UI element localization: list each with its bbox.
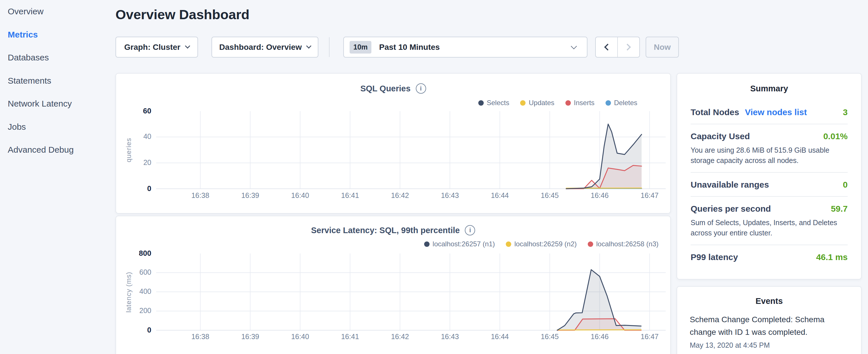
time-range-badge: 10m [350,41,371,54]
dashboard-dropdown[interactable]: Dashboard: Overview [212,37,318,58]
series-line-localhost-26257-n1 [557,270,641,330]
summary-row-capacity-used: Capacity Used0.01%You are using 28.6 MiB… [691,124,848,172]
legend-item-deletes: Deletes [606,99,637,107]
toolbar-divider [329,37,330,57]
summary-rows: Total NodesView nodes list3Capacity Used… [691,100,848,269]
summary-heading: Summary [691,84,848,93]
events-panel: Events Schema Change Completed: Schema c… [677,286,862,354]
sidebar-item-network-latency[interactable]: Network Latency [0,92,115,116]
time-range-dropdown[interactable]: 10m Past 10 Minutes [343,37,587,58]
graph-dropdown[interactable]: Graph: Cluster [116,37,198,58]
legend-label: localhost:26258 (n3) [596,240,658,248]
summary-row-unavailable-ranges: Unavailable ranges0 [691,172,848,196]
series-area-inserts [566,165,642,189]
legend-label: Updates [529,99,554,107]
y-axis-title: queries [125,111,133,189]
x-tick-label: 16:40 [280,191,320,200]
sidebar-item-databases[interactable]: Databases [0,46,115,69]
x-tick-label: 16:39 [230,191,270,200]
x-tick-label: 16:42 [380,332,420,341]
x-tick-label: 16:38 [180,191,220,200]
x-tick-label: 16:41 [330,191,370,200]
summary-row-label: P99 latency [691,252,738,262]
summary-row-label: Queries per second [691,204,771,214]
x-tick-label: 16:40 [280,332,320,341]
sidebar: OverviewMetricsDatabasesStatementsNetwor… [0,0,115,162]
x-tick-label: 16:47 [629,191,670,200]
summary-row-description: Sum of Selects, Updates, Inserts, and De… [691,217,852,238]
series-line-localhost-26259-n2 [557,330,641,330]
x-tick-label: 16:45 [530,191,570,200]
legend-label: Selects [487,99,509,107]
summary-row-label: Capacity Used [691,131,750,141]
summary-row-value: 0 [843,180,848,190]
x-tick-label: 16:38 [180,332,220,341]
series-line-updates [566,188,642,189]
legend-dot-icon [606,100,611,106]
y-tick-label: 400 [116,287,151,296]
event-item: Schema Change Completed: Schema change w… [690,313,848,349]
chevron-left-icon [604,43,611,51]
y-tick-label: 20 [116,158,151,167]
legend-item-inserts: Inserts [565,99,595,107]
chart-title-row: Service Latency: SQL, 99th percentile i [116,225,670,235]
summary-row-label: Total Nodes [691,107,739,117]
time-step-forward-button[interactable] [617,37,639,57]
legend-dot-icon [478,100,484,106]
x-tick-label: 16:42 [380,191,420,200]
summary-row-queries-per-second: Queries per second59.7Sum of Selects, Up… [691,196,848,245]
x-tick-label: 16:44 [480,332,520,341]
x-tick-label: 16:46 [580,332,620,341]
x-tick-label: 16:43 [430,332,470,341]
chevron-right-icon [624,43,631,51]
service-latency-chart-card: Service Latency: SQL, 99th percentile i … [116,216,671,354]
time-step-back-button[interactable] [596,37,617,57]
series-area-selects [566,124,642,189]
y-tick-label: 0 [116,184,151,193]
sidebar-item-statements[interactable]: Statements [0,69,115,93]
chart-title: Service Latency: SQL, 99th percentile [311,226,460,235]
info-icon[interactable]: i [465,225,475,235]
events-heading: Events [690,296,848,306]
x-tick-label: 16:39 [230,332,270,341]
sidebar-item-jobs[interactable]: Jobs [0,116,115,139]
legend-dot-icon [506,242,511,247]
summary-row-label: Unavailable ranges [691,180,769,190]
sidebar-item-metrics[interactable]: Metrics [0,23,115,46]
legend-item-localhost-26257-n1: localhost:26257 (n1) [424,240,495,248]
x-tick-label: 16:46 [580,191,620,200]
summary-row-total-nodes: Total NodesView nodes list3 [691,100,848,124]
legend-item-localhost-26258-n3: localhost:26258 (n3) [588,240,658,248]
time-range-label: Past 10 Minutes [379,43,572,52]
x-tick-label: 16:43 [430,191,470,200]
chevron-down-icon [306,43,311,49]
y-tick-label: 200 [116,307,151,315]
chevron-down-icon [185,43,190,49]
page-title: Overview Dashboard [116,7,250,22]
legend-dot-icon [565,100,571,106]
y-tick-label: 60 [116,106,151,116]
chart-legend: SelectsUpdatesInsertsDeletes [478,99,638,107]
events-list: Schema Change Completed: Schema change w… [690,313,848,349]
sidebar-item-overview[interactable]: Overview [0,0,115,23]
info-icon[interactable]: i [416,83,426,94]
summary-row-value: 59.7 [831,204,848,214]
chart-title: SQL Queries [360,84,410,93]
y-tick-label: 40 [116,132,151,141]
series-line-selects [566,124,642,189]
view-nodes-list-link[interactable]: View nodes list [745,107,807,117]
x-tick-label: 16:47 [629,332,670,341]
legend-dot-icon [424,242,430,247]
legend-item-localhost-26259-n2: localhost:26259 (n2) [506,240,577,248]
summary-row-p99-latency: P99 latency46.1 ms [691,245,848,269]
sql-queries-chart-card: SQL Queries i SelectsUpdatesInsertsDelet… [116,73,671,214]
now-button[interactable]: Now [646,37,679,58]
event-timestamp: May 13, 2020 at 4:45 PM [690,341,848,349]
y-tick-label: 800 [116,249,151,258]
graph-dropdown-label: Graph: Cluster [124,43,180,52]
chart-legend: localhost:26257 (n1)localhost:26259 (n2)… [424,240,658,248]
summary-row-description: You are using 28.6 MiB of 515.9 GiB usab… [691,145,852,165]
summary-row-value: 3 [843,107,848,117]
legend-label: localhost:26259 (n2) [515,240,577,248]
sidebar-item-advanced-debug[interactable]: Advanced Debug [0,138,115,162]
